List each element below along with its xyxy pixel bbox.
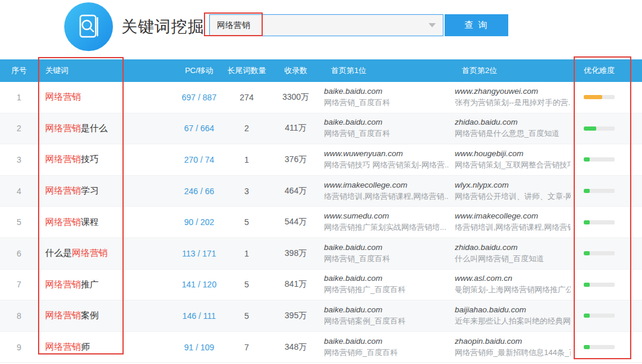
column-header-difficulty: 优化难度 xyxy=(577,65,642,76)
indexed-count-cell: 411万 xyxy=(268,123,324,134)
indexed-count-cell: 395万 xyxy=(268,311,324,321)
column-header-first-position: 首页第1位 xyxy=(324,65,455,76)
keyword-cell[interactable]: 网络营销课程 xyxy=(38,217,172,228)
search-input-value[interactable]: 网络营销 xyxy=(217,20,429,31)
second-position-domain: www.zhangyouwei.com xyxy=(455,87,571,96)
longtail-count-cell: 2 xyxy=(226,124,268,133)
second-position-title: 网络营销是什么意思_百度知道 xyxy=(455,128,571,139)
difficulty-bar-fill xyxy=(584,189,590,193)
indexed-count-cell: 464万 xyxy=(268,186,324,197)
second-position-title: 近年来那些让人拍案叫绝的经典网... xyxy=(455,316,571,327)
table-row: 7 网络营销推广 141 / 120 5 841万 baike.baidu.co… xyxy=(0,270,642,301)
indexed-count-cell: 544万 xyxy=(268,217,324,227)
table-row: 6 什么是网络营销 113 / 171 1 398万 baike.baidu.c… xyxy=(0,238,642,270)
table-row: 8 网络营销案例 146 / 111 5 395万 baike.baidu.co… xyxy=(0,300,642,332)
longtail-count-cell: 1 xyxy=(226,249,268,258)
query-button[interactable]: 查 询 xyxy=(445,14,508,36)
indexed-count-cell: 376万 xyxy=(268,154,324,165)
keyword-cell[interactable]: 网络营销是什么 xyxy=(38,123,172,134)
difficulty-bar-fill xyxy=(584,220,590,224)
first-position-title: 网络营销师_百度百科 xyxy=(324,347,449,358)
first-position-cell: baike.baidu.com 网络营销推广_百度百科 xyxy=(324,274,455,295)
difficulty-cell xyxy=(577,126,642,131)
difficulty-bar-track xyxy=(584,157,615,162)
column-header-keyword: 关键词 xyxy=(38,65,172,76)
keyword-cell[interactable]: 网络营销 xyxy=(38,91,172,103)
pc-mobile-cell[interactable]: 246 / 66 xyxy=(172,186,226,196)
table-row: 1 网络营销 697 / 887 274 3300万 baike.baidu.c… xyxy=(0,82,642,113)
row-index: 8 xyxy=(0,311,38,321)
row-index: 5 xyxy=(0,217,38,227)
second-position-domain: zhidao.baidu.com xyxy=(455,118,571,126)
chevron-down-icon[interactable] xyxy=(429,23,436,27)
pc-mobile-cell[interactable]: 141 / 120 xyxy=(172,280,226,289)
longtail-count-cell: 5 xyxy=(226,311,268,321)
pc-mobile-cell[interactable]: 270 / 74 xyxy=(172,155,226,164)
first-position-domain: www.imakecollege.com xyxy=(324,181,449,189)
difficulty-bar-track xyxy=(584,220,615,224)
keyword-search-input[interactable]: 网络营销 xyxy=(209,14,443,36)
row-index: 9 xyxy=(0,343,38,352)
longtail-count-cell: 5 xyxy=(226,280,268,289)
second-position-cell: www.hougebiji.com 网络营销策划_互联网整合营销技巧.. xyxy=(455,149,577,170)
difficulty-bar-fill xyxy=(584,251,590,255)
first-position-domain: baike.baidu.com xyxy=(324,305,449,314)
keyword-cell[interactable]: 网络营销推广 xyxy=(38,279,172,290)
difficulty-bar-fill xyxy=(584,95,602,99)
pc-mobile-cell[interactable]: 91 / 109 xyxy=(172,343,226,352)
table-row: 5 网络营销课程 90 / 202 5 544万 www.sumedu.com … xyxy=(0,207,642,238)
keyword-cell[interactable]: 网络营销师 xyxy=(38,341,172,353)
pc-mobile-cell[interactable]: 113 / 171 xyxy=(172,249,226,258)
first-position-domain: www.sumedu.com xyxy=(324,211,449,220)
difficulty-bar-track xyxy=(584,95,615,99)
second-position-title: 张有为营销策划--是甩掉对手的营... xyxy=(455,97,571,108)
first-position-title: 网络营销_百度百科 xyxy=(324,97,449,108)
second-position-domain: www.asl.com.cn xyxy=(455,274,571,283)
first-position-cell: baike.baidu.com 网络营销师_百度百科 xyxy=(324,337,455,358)
first-position-title: 网络营销技巧 网络营销策划-网络营.. xyxy=(324,160,449,170)
difficulty-cell xyxy=(577,157,642,162)
keyword-cell[interactable]: 网络营销技巧 xyxy=(38,154,172,165)
second-position-cell: zhaopin.baidu.com 网络营销师_最新招聘信息144条_百.. xyxy=(455,337,577,358)
keyword-cell[interactable]: 什么是网络营销 xyxy=(38,248,172,259)
keyword-cell[interactable]: 网络营销学习 xyxy=(38,185,172,197)
first-position-cell: baike.baidu.com 网络营销案例_百度百科 xyxy=(324,305,455,327)
difficulty-bar-fill xyxy=(584,126,596,131)
column-header-indexed-count: 收录数 xyxy=(268,65,324,76)
first-position-title: 网络营销_百度百科 xyxy=(324,128,449,139)
second-position-title: 络营销培训,网络营销课程,网络营销.. xyxy=(455,222,571,233)
row-index: 7 xyxy=(0,280,38,289)
first-position-domain: baike.baidu.com xyxy=(324,274,449,283)
table-row: 4 网络营销学习 246 / 66 3 464万 www.imakecolleg… xyxy=(0,176,642,207)
first-position-cell: baike.baidu.com 网络营销_百度百科 xyxy=(324,87,455,108)
keyword-cell[interactable]: 网络营销案例 xyxy=(38,310,172,321)
keyword-mining-icon xyxy=(64,2,113,51)
column-header-index: 序号 xyxy=(0,65,38,76)
difficulty-cell xyxy=(577,251,642,255)
pc-mobile-cell[interactable]: 67 / 664 xyxy=(172,124,226,133)
second-position-domain: www.hougebiji.com xyxy=(455,149,571,158)
page-title: 关键词挖掘 xyxy=(121,16,204,37)
row-index: 3 xyxy=(0,155,38,164)
table-row: 9 网络营销师 91 / 109 7 348万 baike.baidu.com … xyxy=(0,332,642,363)
pc-mobile-cell[interactable]: 697 / 887 xyxy=(172,93,226,102)
second-position-cell: www.zhangyouwei.com 张有为营销策划--是甩掉对手的营... xyxy=(455,87,577,108)
difficulty-cell xyxy=(577,95,642,99)
longtail-count-cell: 5 xyxy=(226,217,268,227)
first-position-title: 网络营销案例_百度百科 xyxy=(324,316,449,327)
difficulty-cell xyxy=(577,283,642,287)
first-position-title: 网络营销推广策划实战网络营销培... xyxy=(324,222,449,233)
indexed-count-cell: 841万 xyxy=(268,279,324,290)
second-position-cell: baijiahao.baidu.com 近年来那些让人拍案叫绝的经典网... xyxy=(455,305,577,327)
first-position-title: 网络营销_百度百科 xyxy=(324,254,449,264)
pc-mobile-cell[interactable]: 146 / 111 xyxy=(172,311,226,321)
column-header-pc-mobile: PC/移动 xyxy=(172,65,226,76)
row-index: 1 xyxy=(0,93,38,102)
row-index: 2 xyxy=(0,124,38,133)
indexed-count-cell: 348万 xyxy=(268,342,324,353)
longtail-count-cell: 7 xyxy=(226,343,268,352)
table-row: 2 网络营销是什么 67 / 664 2 411万 baike.baidu.co… xyxy=(0,113,642,145)
first-position-domain: baike.baidu.com xyxy=(324,118,449,126)
pc-mobile-cell[interactable]: 90 / 202 xyxy=(172,217,226,227)
second-position-cell: zhidao.baidu.com 什么叫网络营销_百度知道 xyxy=(455,243,577,264)
